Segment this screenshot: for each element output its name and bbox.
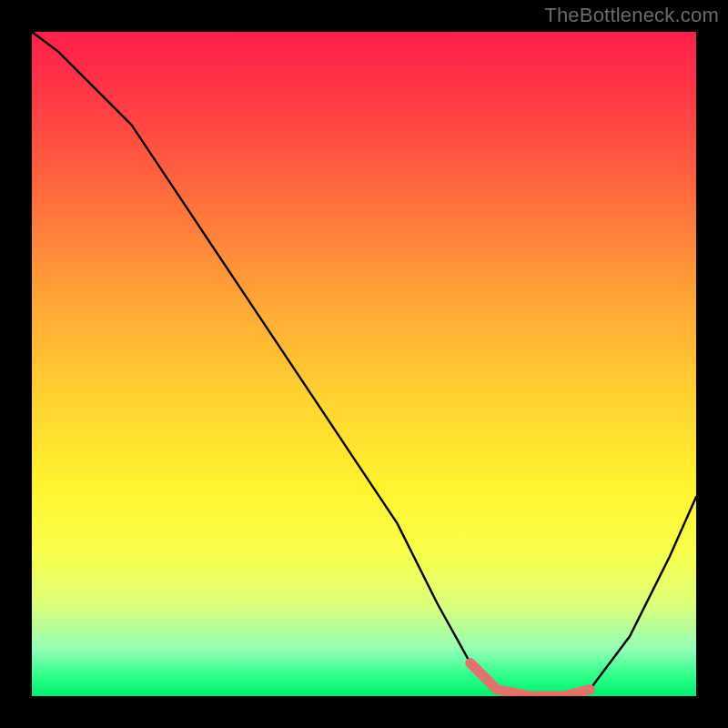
plot-area — [32, 32, 696, 696]
sweet-spot-highlight-path — [470, 663, 590, 697]
curve-overlay — [32, 32, 696, 696]
watermark-text: TheBottleneck.com — [544, 4, 719, 27]
bottleneck-curve-path — [32, 32, 696, 696]
chart-stage: TheBottleneck.com — [0, 0, 728, 728]
